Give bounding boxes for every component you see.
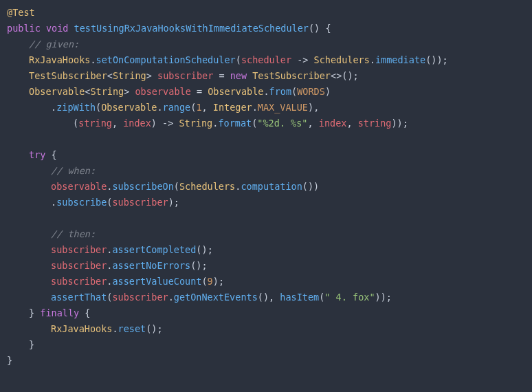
type-observable: Observable: [29, 86, 85, 97]
type-rxjavahooks: RxJavaHooks: [29, 54, 90, 65]
var-observable: observable: [135, 86, 190, 97]
method-assertthat: assertThat: [51, 292, 107, 303]
kw-public: public: [7, 23, 41, 34]
num-one: 1: [196, 102, 201, 113]
kw-void: void: [46, 23, 69, 34]
type-testsubscriber: TestSubscriber: [29, 70, 107, 81]
method-assertnoerrors: assertNoErrors: [112, 260, 190, 271]
comment-given: // given:: [29, 39, 79, 50]
comment-then: // then:: [51, 228, 96, 239]
method-zipwith: zipWith: [56, 102, 96, 113]
const-words: WORDS: [297, 86, 325, 97]
kw-finally: finally: [40, 307, 79, 318]
annotation: @Test: [7, 7, 35, 18]
comment-when: // when:: [51, 165, 96, 176]
var-subscriber: subscriber: [157, 70, 213, 81]
method-assertcompleted: assertCompleted: [112, 244, 196, 255]
num-nine: 9: [208, 276, 213, 287]
method-subscribe: subscribe: [56, 197, 107, 208]
method-subscribeon: subscribeOn: [112, 181, 173, 192]
method-setoncomputationscheduler: setOnComputationScheduler: [96, 54, 236, 65]
const-maxvalue: MAX_VALUE: [258, 102, 308, 113]
kw-new: new: [230, 70, 247, 81]
method-reset: reset: [118, 323, 146, 334]
code-block: @Testpublic void testUsingRxJavaHooksWit…: [7, 5, 525, 369]
string-format: "%2d. %s": [257, 118, 307, 129]
method-assertvaluecount: assertValueCount: [112, 276, 201, 287]
kw-try: try: [29, 149, 45, 160]
method-name: testUsingRxJavaHooksWithImmediateSchedul…: [74, 23, 309, 34]
string-fox: " 4. fox": [324, 292, 375, 303]
